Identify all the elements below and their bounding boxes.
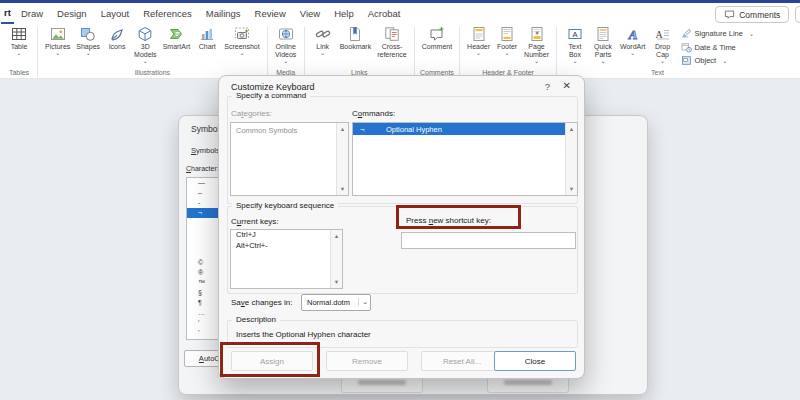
reset-all-button[interactable]: Reset All... xyxy=(421,351,503,371)
ribbon-button-bookmark[interactable]: Bookmark xyxy=(337,24,375,51)
menu-tab-design[interactable]: Design xyxy=(50,4,94,23)
ribbon-button-cross-reference[interactable]: Cross-reference xyxy=(374,24,410,59)
comments-button[interactable]: Comments xyxy=(715,6,789,23)
ribbon-button-screenshot[interactable]: Screenshot⌄ xyxy=(221,24,262,57)
ribbon-button-date-time[interactable]: Date & Time xyxy=(681,42,754,53)
scroll-down-icon[interactable]: ▼ xyxy=(566,184,577,194)
editing-button[interactable]: E xyxy=(795,6,800,23)
ribbon-button-table[interactable]: Table⌄ xyxy=(5,24,33,57)
ribbon-button-label: SmartArt xyxy=(163,43,191,51)
chevron-down-icon: ⌄ xyxy=(600,59,605,65)
tab-symbols[interactable]: Symbols xyxy=(191,146,220,155)
close-button[interactable]: Close xyxy=(494,351,576,371)
ribbon-button-icons[interactable]: Icons xyxy=(103,24,131,51)
commands-listbox[interactable]: ¬Optional Hyphen ▲▼ xyxy=(352,122,578,196)
current-keys-label: Current keys: xyxy=(231,217,279,226)
ribbon-button-chart[interactable]: Chart xyxy=(193,24,221,51)
chevron-down-icon: ⌄ xyxy=(143,59,148,65)
description-text: Inserts the Optional Hyphen character xyxy=(236,330,371,339)
bookmark-icon xyxy=(347,26,363,42)
ribbon-button-footer[interactable]: Footer⌄ xyxy=(493,24,521,57)
remove-button[interactable]: Remove xyxy=(326,351,408,371)
scrollbar[interactable]: ▲▼ xyxy=(565,123,577,195)
ribbon-button-quick-parts[interactable]: QuickParts⌄ xyxy=(589,24,617,65)
scroll-up-icon[interactable]: ▲ xyxy=(566,124,577,134)
ribbon-group-media: OnlineVideos⌄Media xyxy=(269,24,303,78)
chevron-down-icon: ⌄ xyxy=(749,30,754,37)
ribbon-button-label: TextBox xyxy=(569,43,582,59)
chevron-down-icon: ⌄ xyxy=(722,57,727,64)
ribbon-button-header[interactable]: Header⌄ xyxy=(464,24,493,57)
menu-tab-acrobat[interactable]: Acrobat xyxy=(361,4,408,23)
ribbon-button-3d-models[interactable]: 3DModels⌄ xyxy=(131,24,160,65)
categories-listbox[interactable]: Common Symbols ▲▼ xyxy=(230,122,349,196)
new-shortcut-input[interactable] xyxy=(401,232,576,249)
save-changes-value: Normal.dotm xyxy=(307,298,350,307)
menu-tab-mailings[interactable]: Mailings xyxy=(199,4,248,23)
menu-tab-rt[interactable]: rt xyxy=(1,3,14,24)
command-item[interactable]: ¬Optional Hyphen xyxy=(353,123,566,135)
ribbon-button-link[interactable]: Link⌄ xyxy=(309,24,337,57)
ribbon-button-smartart[interactable]: SmartArt xyxy=(160,24,194,51)
command-symbol: ¬ xyxy=(353,125,386,134)
close-icon[interactable]: ✕ xyxy=(563,80,571,91)
save-changes-dropdown[interactable]: Normal.dotm ⌄ xyxy=(301,294,371,311)
ribbon-button-label: PageNumber xyxy=(524,43,549,59)
group-separator xyxy=(37,27,38,77)
ribbon-button-online-videos[interactable]: OnlineVideos⌄ xyxy=(272,24,300,65)
ribbon-button-wordart[interactable]: AWordArt⌄ xyxy=(617,24,649,57)
command-name: Optional Hyphen xyxy=(386,125,442,134)
scroll-up-icon[interactable]: ▲ xyxy=(337,124,348,134)
text-box-icon: A xyxy=(567,26,583,42)
ribbon-button-signature-line[interactable]: Signature Line⌄ xyxy=(681,28,754,39)
word-window: rtDrawDesignLayoutReferencesMailingsRevi… xyxy=(0,0,800,400)
ribbon-group-header-footer: Header⌄Footer⌄#PageNumber⌄Header & Foote… xyxy=(461,24,555,78)
group-separator xyxy=(556,27,557,77)
svg-text:A: A xyxy=(627,27,637,42)
current-key-item[interactable]: Ctrl+J xyxy=(231,230,331,241)
ribbon-button-label: Comment xyxy=(422,43,452,51)
object-icon xyxy=(681,55,692,66)
symbol-dialog-title[interactable]: Symbol xyxy=(191,124,219,134)
ribbon-group-label: Text xyxy=(561,68,754,78)
ribbon-button-label: 3DModels xyxy=(134,43,157,59)
scrollbar[interactable]: ▲▼ xyxy=(330,230,342,288)
ribbon-button-text-box[interactable]: ATextBox⌄ xyxy=(561,24,589,65)
current-keys-listbox[interactable]: Ctrl+JAlt+Ctrl+- ▲▼ xyxy=(230,229,343,289)
ribbon-group-text: ATextBox⌄QuickParts⌄AWordArt⌄ADropCap⌄Si… xyxy=(558,24,757,78)
scroll-down-icon[interactable]: ▼ xyxy=(337,184,348,194)
ribbon-button-drop-cap[interactable]: ADropCap⌄ xyxy=(649,24,677,65)
menu-tab-view[interactable]: View xyxy=(293,4,327,23)
blurred-button-text xyxy=(504,380,552,385)
chevron-down-icon: ⌄ xyxy=(16,51,21,57)
help-icon[interactable]: ? xyxy=(545,81,550,92)
ribbon-button-page-number[interactable]: #PageNumber⌄ xyxy=(521,24,552,65)
scrollbar[interactable]: ▲▼ xyxy=(336,123,348,195)
scroll-up-icon[interactable]: ▲ xyxy=(331,231,342,241)
current-key-item[interactable]: Alt+Ctrl+- xyxy=(231,241,331,252)
chevron-down-icon: ⌄ xyxy=(320,51,325,57)
ribbon-button-pictures[interactable]: Pictures⌄ xyxy=(42,24,73,57)
ribbon-group-comments: CommentComments xyxy=(416,24,458,78)
ribbon-stack: Signature Line⌄Date & TimeObject⌄ xyxy=(677,24,754,66)
ribbon-button-shapes[interactable]: Shapes⌄ xyxy=(73,24,103,57)
specify-command-label: Specify a command xyxy=(232,91,310,100)
menu-tab-references[interactable]: References xyxy=(136,4,199,23)
menu-tab-draw[interactable]: Draw xyxy=(14,4,50,23)
menu-tab-help[interactable]: Help xyxy=(327,4,361,23)
ribbon-button-comment[interactable]: Comment xyxy=(419,24,455,51)
category-item[interactable]: Common Symbols xyxy=(231,123,337,135)
signature-line-icon xyxy=(681,28,692,39)
menu-tab-layout[interactable]: Layout xyxy=(94,4,137,23)
categories-label: Categories: xyxy=(231,109,272,118)
svg-text:A: A xyxy=(655,29,663,40)
scroll-down-icon[interactable]: ▼ xyxy=(331,277,342,287)
menu-tab-review[interactable]: Review xyxy=(248,4,293,23)
annotation-box-shortcut-key xyxy=(396,205,521,229)
shapes-icon xyxy=(80,26,96,42)
ribbon-button-label: Chart xyxy=(199,43,216,51)
chevron-down-icon: ⌄ xyxy=(630,51,635,57)
ribbon-button-label: DropCap xyxy=(655,43,670,59)
ribbon-button-object[interactable]: Object⌄ xyxy=(681,55,754,66)
ribbon-button-label: Icons xyxy=(109,43,126,51)
